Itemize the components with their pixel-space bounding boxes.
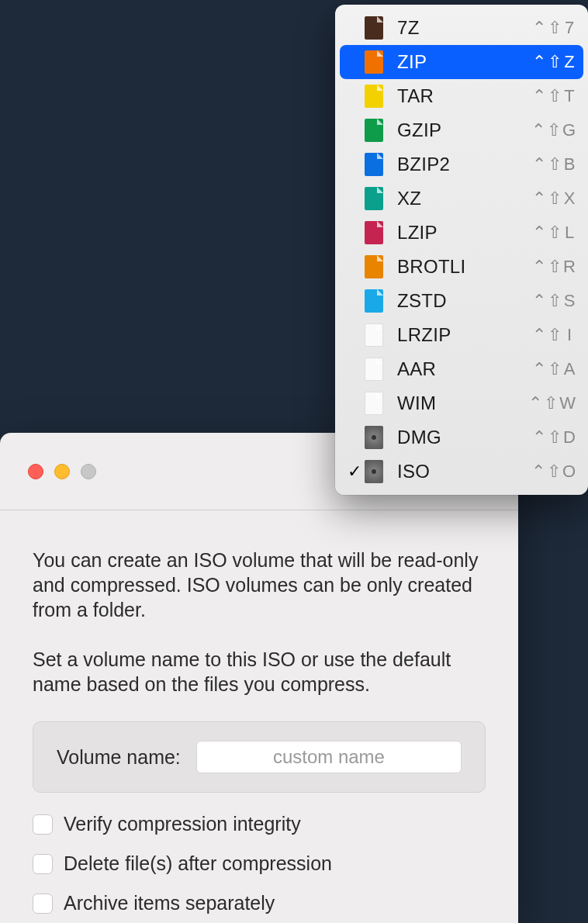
format-dropdown[interactable]: 7Z⌃⇧7ZIP⌃⇧ZTAR⌃⇧TGZIP⌃⇧GBZIP2⌃⇧BXZ⌃⇧XLZI… (335, 5, 588, 495)
menu-item-tar[interactable]: TAR⌃⇧T (340, 79, 583, 113)
menu-item-label: DMG (397, 427, 532, 448)
file-icon (365, 221, 383, 244)
checkbox-verify[interactable] (33, 814, 53, 835)
checkbox-label-delete: Delete file(s) after compression (64, 852, 332, 875)
menu-item-iso[interactable]: ✓ISO⌃⇧O (340, 455, 583, 489)
menu-item-shortcut: ⌃⇧Z (532, 52, 576, 72)
minimize-button[interactable] (54, 464, 70, 479)
file-icon (365, 16, 383, 40)
menu-item-bzip2[interactable]: BZIP2⌃⇧B (340, 147, 583, 181)
menu-item-lrzip[interactable]: LRZIP⌃⇧I (340, 318, 583, 352)
file-icon (365, 119, 383, 142)
checkbox-delete[interactable] (33, 854, 53, 874)
file-icon (365, 50, 383, 74)
menu-item-label: 7Z (397, 17, 532, 39)
checkmark-icon: ✓ (344, 462, 365, 482)
file-icon (365, 289, 383, 313)
menu-item-shortcut: ⌃⇧B (532, 154, 576, 175)
menu-item-label: WIM (397, 392, 528, 414)
file-icon (365, 392, 383, 415)
menu-item-label: BROTLI (397, 256, 532, 278)
menu-item-shortcut: ⌃⇧A (532, 359, 576, 379)
checkbox-separate[interactable] (33, 894, 53, 914)
menu-item-label: TAR (397, 85, 532, 107)
menu-item-zstd[interactable]: ZSTD⌃⇧S (340, 284, 583, 318)
menu-item-aar[interactable]: AAR⌃⇧A (340, 352, 583, 386)
volume-name-label: Volume name: (57, 746, 181, 769)
maximize-button[interactable] (81, 464, 96, 479)
file-icon (365, 255, 383, 278)
menu-item-dmg[interactable]: DMG⌃⇧D (340, 420, 583, 455)
menu-item-label: LRZIP (397, 324, 532, 346)
close-button[interactable] (28, 464, 43, 479)
file-icon (365, 187, 383, 210)
menu-item-shortcut: ⌃⇧G (531, 120, 576, 140)
menu-item-lzip[interactable]: LZIP⌃⇧L (340, 216, 583, 250)
menu-item-label: ZSTD (397, 290, 532, 312)
file-icon (365, 85, 383, 108)
dialog-paragraph-1: You can create an ISO volume that will b… (33, 548, 486, 622)
file-icon (365, 426, 383, 449)
menu-item-shortcut: ⌃⇧S (532, 291, 576, 311)
file-icon (365, 323, 383, 347)
menu-item-label: GZIP (397, 119, 531, 141)
menu-item-shortcut: ⌃⇧R (532, 257, 576, 277)
menu-item-shortcut: ⌃⇧D (532, 427, 576, 448)
menu-item-shortcut: ⌃⇧L (532, 223, 576, 243)
volume-name-box: Volume name: (33, 721, 486, 793)
menu-item-shortcut: ⌃⇧W (528, 393, 576, 413)
menu-item-shortcut: ⌃⇧T (532, 86, 576, 106)
menu-item-label: ZIP (397, 51, 532, 73)
menu-item-label: AAR (397, 358, 532, 380)
dialog-window: You can create an ISO volume that will b… (0, 433, 518, 923)
checkbox-group: Verify compression integrity Delete file… (0, 793, 518, 914)
menu-item-xz[interactable]: XZ⌃⇧X (340, 181, 583, 216)
menu-item-shortcut: ⌃⇧X (532, 188, 576, 209)
file-icon (365, 358, 383, 381)
dialog-body: You can create an ISO volume that will b… (0, 510, 518, 697)
check-row-verify[interactable]: Verify compression integrity (33, 813, 486, 835)
check-row-delete[interactable]: Delete file(s) after compression (33, 852, 486, 875)
menu-item-wim[interactable]: WIM⌃⇧W (340, 386, 583, 420)
checkbox-label-separate: Archive items separately (64, 892, 275, 914)
checkbox-label-verify: Verify compression integrity (64, 813, 301, 835)
file-icon (365, 153, 383, 176)
menu-item-label: ISO (397, 461, 531, 482)
menu-item-label: BZIP2 (397, 154, 532, 175)
menu-item-label: LZIP (397, 222, 532, 244)
menu-item-shortcut: ⌃⇧I (532, 325, 576, 345)
menu-item-brotli[interactable]: BROTLI⌃⇧R (340, 250, 583, 284)
menu-item-shortcut: ⌃⇧7 (532, 18, 576, 38)
menu-item-shortcut: ⌃⇧O (531, 462, 576, 482)
menu-item-label: XZ (397, 188, 532, 209)
menu-item-7z[interactable]: 7Z⌃⇧7 (340, 11, 583, 45)
dialog-paragraph-2: Set a volume name to this ISO or use the… (33, 647, 486, 697)
menu-item-zip[interactable]: ZIP⌃⇧Z (340, 45, 583, 79)
menu-item-gzip[interactable]: GZIP⌃⇧G (340, 113, 583, 147)
volume-name-input[interactable] (196, 741, 462, 773)
check-row-separate[interactable]: Archive items separately (33, 892, 486, 914)
file-icon (365, 460, 383, 483)
